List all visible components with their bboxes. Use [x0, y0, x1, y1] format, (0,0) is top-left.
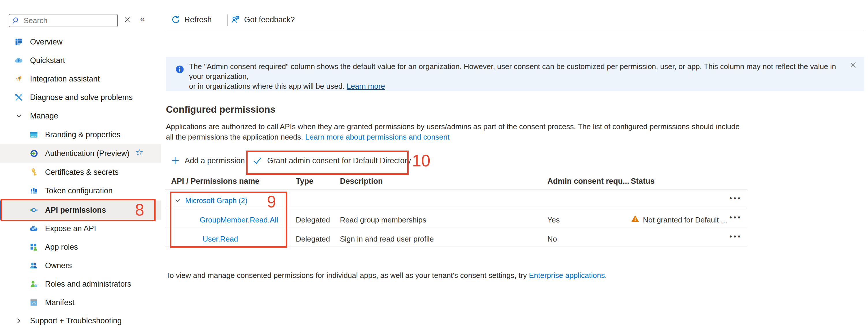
collapse-menu-icon[interactable]: «: [140, 14, 145, 24]
sidebar-item-integration-assistant[interactable]: Integration assistant: [0, 69, 161, 88]
sidebar-item-label: Expose an API: [45, 224, 96, 233]
branding-icon: www: [29, 130, 39, 140]
quickstart-icon: [14, 55, 24, 65]
svg-text:{}: {}: [32, 302, 36, 305]
feedback-icon: [231, 15, 240, 24]
sidebar-item-label: Diagnose and solve problems: [30, 93, 133, 102]
col-header-description: Description: [340, 177, 383, 186]
sidebar-section-support[interactable]: Support + Troubleshooting: [0, 311, 161, 330]
sidebar-item-expose-api[interactable]: Expose an API: [0, 219, 161, 238]
refresh-icon: [171, 15, 180, 24]
sidebar-item-label: Quickstart: [30, 56, 65, 65]
authentication-icon: [29, 148, 39, 158]
sidebar-item-token-configuration[interactable]: Token configuration: [0, 182, 161, 200]
add-permission-button[interactable]: Add a permission: [170, 153, 245, 168]
sidebar-item-quickstart[interactable]: Quickstart: [0, 51, 161, 69]
col-header-status: Status: [631, 177, 655, 186]
sidebar-section-label: Manage: [30, 112, 58, 120]
grant-admin-consent-button[interactable]: Grant admin consent for Default Director…: [252, 153, 411, 168]
key-icon: [29, 167, 39, 177]
sidebar-item-diagnose[interactable]: Diagnose and solve problems: [0, 88, 161, 107]
sidebar-item-app-roles[interactable]: App roles: [0, 238, 161, 256]
sidebar-item-api-permissions[interactable]: API permissions: [0, 200, 161, 220]
table-header-rule: [165, 190, 747, 190]
api-permissions-icon: [29, 205, 39, 215]
search-icon: [12, 17, 20, 25]
close-icon[interactable]: [849, 61, 857, 69]
table-row-rule: [165, 208, 747, 208]
banner-text: The "Admin consent required" column show…: [189, 61, 844, 91]
info-banner: The "Admin consent required" column show…: [166, 57, 864, 91]
annotation-step-10: 10: [412, 152, 430, 169]
sidebar-item-label: Token configuration: [45, 186, 113, 195]
expand-chevron-icon[interactable]: [174, 196, 182, 206]
search-input-wrapper: [9, 14, 118, 27]
enterprise-applications-link[interactable]: Enterprise applications: [529, 271, 605, 280]
row-menu-button[interactable]: •••: [730, 194, 742, 202]
permissions-consent-link[interactable]: Learn more about permissions and consent: [305, 133, 450, 141]
grant-admin-consent-label: Grant admin consent for Default Director…: [267, 156, 411, 165]
feedback-label: Got feedback?: [244, 15, 295, 24]
rocket-icon: [14, 74, 24, 84]
sidebar: « Overview Quickstart Integration assist…: [0, 0, 161, 334]
app-roles-icon: [29, 242, 39, 252]
permission-type: Delegated: [296, 216, 330, 224]
admin-consent-value: No: [548, 234, 557, 244]
sidebar-item-branding[interactable]: www Branding & properties: [0, 126, 161, 144]
banner-line2: or in organizations where this app will …: [189, 82, 345, 90]
permission-row-link[interactable]: GroupMember.Read.All: [200, 216, 278, 224]
sidebar-item-label: Certificates & secrets: [45, 168, 119, 177]
learn-more-link[interactable]: Learn more: [347, 82, 385, 90]
sidebar-item-manifest[interactable]: {} Manifest: [0, 293, 161, 312]
description-line2: all the permissions the application need…: [166, 133, 303, 141]
permissions-description: Applications are authorized to call APIs…: [166, 121, 740, 142]
api-permissions-page: « Overview Quickstart Integration assist…: [0, 0, 868, 334]
feedback-button[interactable]: Got feedback?: [231, 15, 295, 24]
row-menu-button[interactable]: •••: [730, 232, 742, 241]
roles-admins-icon: [29, 279, 39, 289]
svg-text:www: www: [31, 135, 36, 138]
permission-description: Sign in and read user profile: [340, 234, 434, 244]
manifest-icon: {}: [29, 298, 39, 307]
sidebar-item-label: App roles: [45, 243, 78, 252]
permission-row-link[interactable]: User.Read: [203, 234, 238, 244]
refresh-label: Refresh: [184, 15, 212, 24]
cloud-gear-icon: [29, 224, 39, 233]
sidebar-item-label: API permissions: [45, 206, 106, 215]
sidebar-section-manage[interactable]: Manage: [0, 107, 161, 125]
sidebar-item-overview[interactable]: Overview: [0, 33, 161, 51]
clear-search-icon[interactable]: [124, 16, 131, 25]
footer-period: .: [605, 271, 607, 280]
footer-note: To view and manage consented permissions…: [166, 271, 607, 280]
check-icon: [252, 156, 262, 166]
col-header-type: Type: [296, 177, 313, 186]
sidebar-item-authentication[interactable]: Authentication (Preview) ☆: [0, 144, 161, 163]
plus-icon: [170, 156, 180, 166]
add-permission-label: Add a permission: [185, 156, 245, 165]
banner-line1: The "Admin consent required" column show…: [189, 62, 836, 81]
chevron-right-icon: [14, 316, 24, 326]
owners-icon: [29, 260, 39, 271]
toolbar-divider: [227, 15, 228, 26]
favorite-star-icon[interactable]: ☆: [135, 148, 144, 157]
table-row-rule: [165, 227, 747, 227]
chevron-down-icon: [14, 111, 24, 121]
warning-icon: [631, 214, 640, 224]
sidebar-item-label: Integration assistant: [30, 75, 100, 84]
search-input[interactable]: [23, 16, 114, 25]
row-menu-button[interactable]: •••: [730, 213, 742, 221]
api-row-link[interactable]: Microsoft Graph (2): [185, 196, 247, 205]
footer-text: To view and manage consented permissions…: [166, 271, 529, 280]
sidebar-item-certificates[interactable]: Certificates & secrets: [0, 163, 161, 182]
overview-icon: [14, 37, 24, 47]
sidebar-item-roles-admins[interactable]: Roles and administrators: [0, 275, 161, 293]
token-bars-icon: [29, 186, 39, 196]
sidebar-item-owners[interactable]: Owners: [0, 256, 161, 275]
refresh-button[interactable]: Refresh: [171, 15, 212, 24]
sidebar-item-label: Authentication (Preview): [45, 149, 130, 158]
info-icon: [175, 65, 184, 75]
sidebar-item-label: Branding & properties: [45, 130, 120, 139]
sidebar-item-label: Roles and administrators: [45, 280, 131, 289]
table-row-rule: [165, 246, 747, 247]
col-header-admin-consent: Admin consent requ...: [548, 177, 629, 186]
